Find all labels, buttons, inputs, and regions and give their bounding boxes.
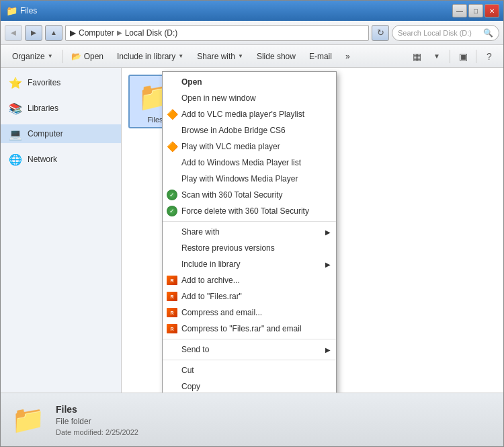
ctx-play-vlc[interactable]: 🔶 Play with VLC media player	[163, 138, 336, 155]
ctx-cut-label: Cut	[181, 366, 194, 375]
ctx-play-wmp-label: Play with Windows Media Player	[181, 174, 298, 184]
open-button[interactable]: 📂 Open	[65, 48, 110, 65]
ctx-compress-files-rar-email[interactable]: R Compress to "Files.rar" and email	[163, 321, 336, 337]
breadcrumb-computer[interactable]: Computer	[79, 28, 114, 38]
sidebar-label-favorites: Favorites	[28, 78, 60, 87]
slide-show-button[interactable]: Slide show	[251, 48, 302, 65]
ctx-restore-versions[interactable]: Restore previous versions	[163, 240, 336, 256]
status-name: Files	[56, 404, 138, 415]
organize-button[interactable]: Organize ▼	[6, 48, 59, 65]
ctx-browse-adobe[interactable]: Browse in Adobe Bridge CS6	[163, 122, 336, 138]
ctx-add-files-rar[interactable]: R Add to "Files.rar"	[163, 288, 336, 304]
share-with-button[interactable]: Share with ▼	[191, 48, 249, 65]
share-with-label: Share with	[197, 52, 235, 61]
toolbar-separator-3	[476, 50, 476, 63]
toolbar-separator-1	[62, 50, 62, 63]
forward-button[interactable]: ►	[25, 25, 42, 41]
ctx-compress-files-rar-email-label: Compress to "Files.rar" and email	[181, 324, 302, 333]
maximize-button[interactable]: □	[468, 4, 483, 17]
title-bar: 📁 Files — □ ✕	[1, 1, 503, 21]
rar-icon-1: R	[167, 276, 177, 285]
organize-label: Organize	[12, 52, 45, 61]
open-label: Open	[84, 52, 103, 61]
status-date: Date modified: 2/25/2022	[56, 428, 138, 436]
help-button[interactable]: ?	[480, 48, 498, 65]
more-button[interactable]: »	[339, 48, 356, 65]
window-title: Files	[20, 6, 37, 15]
toolbar: Organize ▼ 📂 Open Include in library ▼ S…	[1, 45, 503, 68]
computer-icon: 💻	[9, 128, 22, 140]
toolbar-right: ▦ ▼ ▣ ?	[408, 48, 498, 65]
ctx-scan-360-label: Scan with 360 Total Security	[181, 190, 283, 200]
ctx-scan-360[interactable]: ✓ Scan with 360 Total Security	[163, 187, 336, 203]
sidebar-label-computer: Computer	[28, 129, 63, 138]
content-area: 📁 Files Open Open in new window 🔶 Add to…	[122, 68, 503, 393]
ctx-add-wmp[interactable]: Add to Windows Media Player list	[163, 155, 336, 171]
ctx-play-vlc-label: Play with VLC media player	[181, 142, 280, 151]
title-bar-left: 📁 Files	[6, 5, 37, 16]
ctx-share-with-label: Share with	[181, 227, 220, 237]
search-bar[interactable]: Search Local Disk (D:) 🔍	[392, 25, 499, 41]
explorer-window: 📁 Files — □ ✕ ◄ ► ▲ ▶ Computer ▶ Local D…	[0, 0, 504, 447]
ctx-include-library-arrow: ▶	[325, 261, 331, 268]
view-dropdown-button[interactable]: ▼	[428, 48, 446, 65]
sidebar-label-network: Network	[28, 155, 57, 164]
title-controls: — □ ✕	[452, 4, 499, 17]
ctx-open[interactable]: Open	[163, 74, 336, 90]
ctx-force-delete-360[interactable]: ✓ Force delete with 360 Total Security	[163, 203, 336, 219]
open-icon: 📂	[71, 52, 81, 61]
view-options-button[interactable]: ▦	[408, 48, 425, 65]
refresh-button[interactable]: ↻	[372, 25, 389, 41]
sidebar-item-favorites[interactable]: ⭐ Favorites	[1, 73, 121, 92]
folder-label: Files	[147, 116, 163, 124]
search-icon: 🔍	[483, 28, 493, 38]
back-button[interactable]: ◄	[5, 25, 22, 41]
address-bar: ◄ ► ▲ ▶ Computer ▶ Local Disk (D:) ↻ Sea…	[1, 21, 503, 45]
preview-pane-button[interactable]: ▣	[454, 48, 472, 65]
status-bar: 📁 Files File folder Date modified: 2/25/…	[1, 393, 503, 446]
ctx-browse-adobe-label: Browse in Adobe Bridge CS6	[181, 126, 286, 135]
sidebar-item-network[interactable]: 🌐 Network	[1, 150, 121, 169]
email-button[interactable]: E-mail	[303, 48, 338, 65]
status-date-value: 2/25/2022	[106, 428, 138, 436]
rar-icon-2: R	[167, 292, 177, 301]
ctx-include-library[interactable]: Include in library ▶	[163, 256, 336, 272]
ctx-share-with-arrow: ▶	[325, 229, 331, 236]
ctx-send-to[interactable]: Send to ▶	[163, 341, 336, 358]
ctx-cut[interactable]: Cut	[163, 362, 336, 378]
ctx-share-with[interactable]: Share with ▶	[163, 224, 336, 240]
rar-icon-3: R	[167, 308, 177, 317]
ctx-sep-3	[163, 360, 336, 360]
up-button[interactable]: ▲	[45, 25, 62, 41]
ctx-open-new-window[interactable]: Open in new window	[163, 90, 336, 106]
share-with-arrow: ▼	[238, 53, 243, 59]
search-placeholder: Search Local Disk (D:)	[398, 29, 472, 37]
ctx-open-new-window-label: Open in new window	[181, 93, 256, 103]
sidebar-label-libraries: Libraries	[28, 104, 58, 113]
breadcrumb[interactable]: ▶ Computer ▶ Local Disk (D:)	[65, 25, 369, 41]
ctx-restore-versions-label: Restore previous versions	[181, 243, 275, 253]
ctx-add-archive[interactable]: R Add to archive...	[163, 272, 336, 288]
breadcrumb-segment: ▶	[70, 28, 76, 38]
ctx-compress-email[interactable]: R Compress and email...	[163, 304, 336, 321]
status-type: File folder	[56, 417, 138, 426]
close-button[interactable]: ✕	[485, 4, 499, 17]
slide-show-label: Slide show	[257, 52, 296, 61]
more-label: »	[345, 52, 350, 61]
ctx-compress-email-label: Compress and email...	[181, 308, 262, 317]
ctx-add-vlc-playlist[interactable]: 🔶 Add to VLC media player's Playlist	[163, 106, 336, 122]
ctx-copy[interactable]: Copy	[163, 378, 336, 393]
security-icon-1: ✓	[167, 190, 177, 200]
sidebar-spacer-1	[1, 92, 121, 99]
include-library-button[interactable]: Include in library ▼	[111, 48, 190, 65]
sidebar-item-libraries[interactable]: 📚 Libraries	[1, 99, 121, 118]
breadcrumb-disk[interactable]: Local Disk (D:)	[125, 28, 178, 38]
ctx-add-files-rar-label: Add to "Files.rar"	[181, 292, 242, 301]
minimize-button[interactable]: —	[452, 4, 467, 17]
vlc-icon-1: 🔶	[167, 109, 178, 120]
sidebar-item-computer[interactable]: 💻 Computer	[1, 124, 121, 143]
include-library-arrow: ▼	[178, 53, 183, 59]
ctx-copy-label: Copy	[181, 382, 200, 391]
ctx-play-wmp[interactable]: Play with Windows Media Player	[163, 171, 336, 187]
status-date-label: Date modified:	[56, 428, 103, 436]
